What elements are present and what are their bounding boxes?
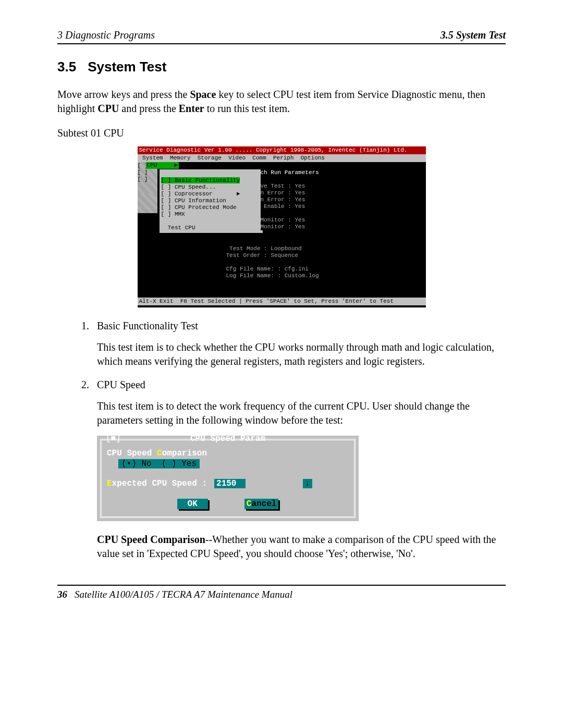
submenu-item-basic: [ ] Basic Functionality — [161, 177, 240, 183]
dos-submenu-cpu: [ ] Basic Functionality [ ] CPU Speed...… — [160, 169, 263, 233]
dos-screenshot-diagnostic: Service Diagnostic Ver 1.00 ..... Copyri… — [138, 146, 426, 307]
section-number: 3.5 — [57, 59, 76, 75]
label-expected-speed: Expected CPU Speed : — [107, 479, 207, 488]
submenu-item-speed: [ ] CPU Speed... — [161, 184, 216, 190]
expected-speed-field[interactable]: 2150 — [214, 479, 246, 488]
ok-button[interactable]: OK — [177, 499, 208, 509]
radio-no[interactable]: (•) No — [121, 459, 152, 468]
spinner-down-icon[interactable]: ↓ — [303, 479, 312, 488]
subtest-label: Subtest 01 CPU — [57, 127, 506, 139]
radio-group-comparison[interactable]: (•) No ( ) Yes — [118, 459, 200, 468]
page-number: 36 — [57, 589, 67, 600]
dialog-title: CPU Speed Param — [102, 434, 354, 443]
submenu-item-info: [ ] CPU Information — [161, 198, 226, 204]
header-rule — [57, 43, 506, 44]
dos-title-bar: Service Diagnostic Ver 1.00 ..... Copyri… — [138, 146, 426, 154]
submenu-item-mmx: [ ] MMX — [161, 211, 185, 217]
dos-hatch — [138, 193, 157, 213]
list-item-1: Basic Functionality Test This test item … — [92, 320, 506, 368]
cpu-speed-comparison-paragraph: CPU Speed Comparison--Whether you want t… — [97, 533, 506, 561]
radio-yes[interactable]: ( ) Yes — [162, 459, 197, 468]
list-item-2: CPU Speed This test item is to detect th… — [92, 379, 506, 561]
section-heading: 3.5System Test — [57, 59, 506, 75]
dos-cpu-selected: CPU ► — [146, 162, 179, 169]
running-head-left: 3 Diagnostic Programs — [57, 29, 155, 41]
submenu-item-coprocessor: [ ] Coprocessor ► — [161, 191, 240, 197]
running-head: 3 Diagnostic Programs 3.5 System Test — [57, 29, 506, 41]
page-footer: 36Satellite A100/A105 / TECRA A7 Mainten… — [57, 585, 506, 600]
section-title: System Test — [88, 59, 166, 75]
intro-paragraph: Move arrow keys and press the Space key … — [57, 88, 506, 116]
label-cpu-speed-comparison: CPU Speed Comparison — [107, 449, 349, 458]
submenu-test-cpu: Test CPU — [161, 225, 195, 231]
test-item-list: Basic Functionality Test This test item … — [57, 320, 506, 561]
item2-title: CPU Speed — [97, 379, 506, 391]
footer-rule — [57, 585, 506, 586]
dos-params-extra: Test Mode : Loopbound Test Order : Seque… — [138, 245, 426, 279]
item2-body: This test item is to detect the work fre… — [97, 399, 506, 427]
cancel-button[interactable]: Cancel — [244, 499, 279, 509]
submenu-item-protected: [ ] CPU Protected Mode — [161, 204, 237, 211]
running-head-right: 3.5 System Test — [440, 29, 506, 41]
item1-title: Basic Functionality Test — [97, 320, 506, 332]
dos-status-bar: Alt-X Exit F8 Test Selected | Press 'SPA… — [138, 298, 426, 305]
item1-body: This test item is to check whether the C… — [97, 340, 506, 368]
dos-run-parameters: ch Run Parameters ve Test : Yes n Error … — [261, 169, 426, 230]
dos-menubar: System Memory Storage Video Comm Periph … — [138, 154, 426, 162]
footer-title: Satellite A100/A105 / TECRA A7 Maintenan… — [75, 589, 292, 600]
dos-dialog-cpu-speed-param: [■] CPU Speed Param CPU Speed Comparison… — [97, 436, 359, 521]
